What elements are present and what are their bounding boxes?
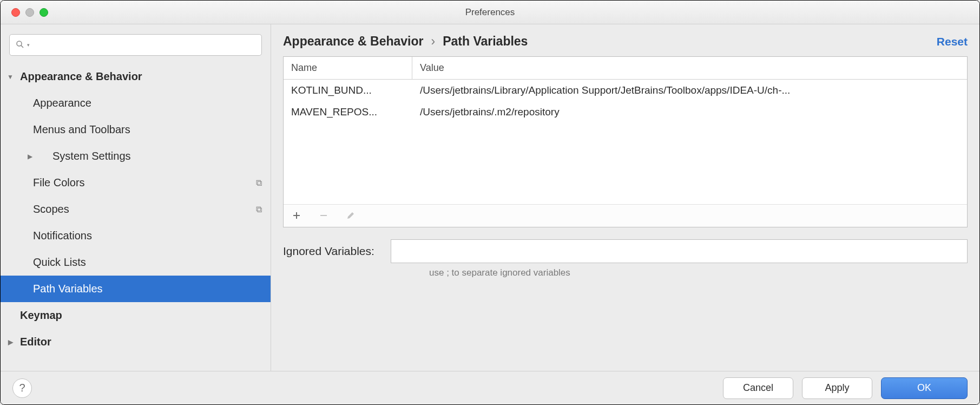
sidebar-item-label: Scopes [1, 203, 256, 215]
main-panel: Appearance & Behavior › Path Variables R… [271, 24, 979, 371]
cancel-button[interactable]: Cancel [723, 377, 793, 399]
project-level-icon: ⧉ [256, 205, 262, 214]
titlebar: Preferences [1, 1, 979, 24]
sidebar-item-label: Appearance [1, 97, 262, 109]
sidebar-item-file-colors[interactable]: File Colors ⧉ [1, 169, 271, 196]
remove-button[interactable] [319, 211, 328, 221]
dropdown-icon: ▾ [27, 42, 30, 48]
reset-link[interactable]: Reset [937, 35, 968, 48]
ok-button[interactable]: OK [881, 377, 968, 399]
sidebar-item-quick-lists[interactable]: Quick Lists [1, 249, 271, 276]
chevron-down-icon: ▼ [1, 73, 20, 81]
table-row[interactable]: KOTLIN_BUND... /Users/jetbrains/Library/… [284, 80, 967, 101]
add-button[interactable] [292, 211, 301, 221]
sidebar-item-label: Path Variables [1, 283, 262, 295]
sidebar-item-path-variables[interactable]: Path Variables [1, 276, 271, 302]
close-window-button[interactable] [11, 8, 20, 17]
sidebar-item-label: Notifications [1, 230, 262, 242]
svg-point-0 [17, 41, 22, 46]
svg-line-1 [21, 45, 23, 47]
sidebar-item-label: Appearance & Behavior [20, 70, 262, 83]
ignored-variables-label: Ignored Variables: [283, 245, 374, 258]
chevron-right-icon: ▶ [20, 153, 40, 160]
sidebar-item-editor[interactable]: ▶ Editor [1, 329, 271, 355]
apply-button[interactable]: Apply [802, 377, 872, 399]
sidebar-item-scopes[interactable]: Scopes ⧉ [1, 196, 271, 223]
search-input[interactable] [32, 40, 256, 50]
sidebar-item-label: File Colors [1, 177, 256, 189]
cell-name: MAVEN_REPOS... [284, 106, 412, 118]
table-header-name[interactable]: Name [284, 57, 412, 79]
cell-value: /Users/jetbrains/Library/Application Sup… [412, 84, 967, 96]
table-toolbar [284, 204, 967, 227]
sidebar-item-label: Menus and Toolbars [1, 123, 262, 136]
sidebar-item-label: System Settings [40, 150, 262, 162]
table-row[interactable]: MAVEN_REPOS... /Users/jetbrains/.m2/repo… [284, 101, 967, 123]
window-title: Preferences [465, 7, 515, 18]
breadcrumb: Appearance & Behavior › Path Variables [283, 34, 528, 49]
sidebar-item-appearance[interactable]: Appearance [1, 90, 271, 116]
help-button[interactable]: ? [12, 378, 32, 398]
cell-value: /Users/jetbrains/.m2/repository [412, 106, 967, 118]
edit-button[interactable] [346, 211, 355, 221]
project-level-icon: ⧉ [256, 178, 262, 188]
breadcrumb-separator: › [431, 34, 435, 49]
search-icon [15, 40, 25, 51]
sidebar-item-label: Keymap [20, 309, 262, 322]
sidebar-item-label: Editor [20, 336, 262, 348]
sidebar-item-label: Quick Lists [1, 256, 262, 269]
path-variables-table: Name Value KOTLIN_BUND... /Users/jetbrai… [283, 56, 968, 227]
sidebar: ▾ ▼ Appearance & Behavior Appearance Men… [1, 24, 271, 371]
sidebar-item-menus-toolbars[interactable]: Menus and Toolbars [1, 116, 271, 143]
traffic-lights [1, 8, 48, 17]
maximize-window-button[interactable] [40, 8, 48, 17]
sidebar-item-keymap[interactable]: Keymap [1, 302, 271, 329]
breadcrumb-current: Path Variables [443, 34, 528, 49]
sidebar-item-appearance-behavior[interactable]: ▼ Appearance & Behavior [1, 63, 271, 90]
sidebar-item-notifications[interactable]: Notifications [1, 223, 271, 249]
table-header-value[interactable]: Value [412, 57, 967, 79]
ignored-variables-input[interactable] [391, 239, 968, 263]
chevron-right-icon: ▶ [1, 338, 20, 346]
sidebar-item-system-settings[interactable]: ▶ System Settings [1, 143, 271, 169]
search-input-wrap[interactable]: ▾ [9, 34, 262, 56]
ignored-variables-hint: use ; to separate ignored variables [429, 267, 968, 278]
breadcrumb-parent: Appearance & Behavior [283, 34, 423, 49]
cell-name: KOTLIN_BUND... [284, 84, 412, 96]
footer: ? Cancel Apply OK [1, 371, 979, 404]
minimize-window-button[interactable] [25, 8, 34, 17]
